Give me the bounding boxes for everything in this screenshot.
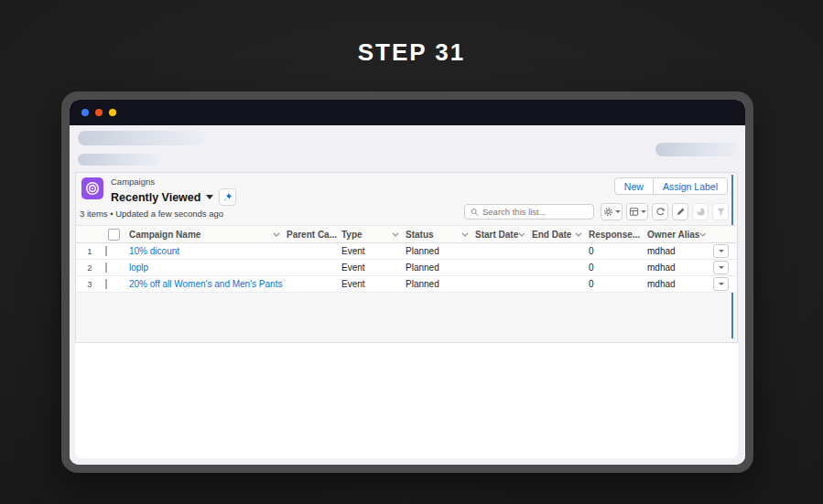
search-icon [471, 208, 479, 217]
type-cell: Event [340, 246, 404, 256]
list-view-name[interactable]: Recently Viewed [111, 191, 200, 204]
table-header-row: Campaign Name Parent Ca... Type Status S… [76, 225, 736, 243]
status-cell: Planned [404, 246, 473, 256]
row-number: 2 [76, 263, 103, 273]
table-row: 1 10% dicount Event Planned 0 mdhad [76, 243, 736, 260]
chevron-down-icon [719, 283, 724, 285]
campaigns-icon [81, 177, 103, 199]
row-actions-button[interactable] [713, 261, 729, 274]
responses-cell: 0 [587, 279, 645, 289]
chevron-down-icon[interactable] [206, 195, 213, 199]
chevron-down-icon [392, 232, 399, 237]
chevron-down-icon [575, 232, 582, 237]
window-titlebar [70, 100, 745, 125]
display-as-table-icon [629, 207, 639, 217]
empty-content-card [75, 343, 738, 458]
refresh-button[interactable] [652, 203, 668, 220]
responses-cell: 0 [587, 263, 645, 273]
row-checkbox[interactable] [105, 246, 107, 256]
new-button[interactable]: New [614, 177, 654, 195]
settings-gear-icon [603, 207, 613, 217]
owner-alias-cell: mdhad [645, 246, 711, 256]
col-campaign-name[interactable]: Campaign Name [127, 230, 285, 240]
window-control-red[interactable] [95, 109, 103, 116]
chevron-down-icon [518, 232, 525, 237]
col-start-date[interactable]: Start Date [473, 230, 530, 240]
campaign-name-link[interactable]: 10% dicount [129, 246, 179, 256]
campaign-name-link[interactable]: loplp [129, 263, 148, 273]
col-parent-campaign[interactable]: Parent Ca... [285, 230, 340, 240]
chart-button[interactable] [692, 203, 709, 220]
chevron-down-icon [461, 232, 469, 237]
campaigns-list-panel: Campaigns Recently Viewed [75, 172, 738, 343]
row-select-cell [103, 263, 127, 273]
chevron-down-icon [719, 250, 724, 252]
assign-label-button[interactable]: Assign Label [653, 177, 728, 195]
owner-alias-cell: mdhad [645, 263, 711, 273]
table-row: 2 loplp Event Planned 0 mdhad [76, 260, 736, 276]
edit-pencil-icon [676, 207, 686, 217]
col-status[interactable]: Status [404, 230, 473, 240]
responses-cell: 0 [587, 246, 645, 256]
campaigns-table: Campaign Name Parent Ca... Type Status S… [76, 225, 736, 293]
chevron-down-icon [641, 210, 646, 213]
list-actions: New Assign Label [614, 177, 728, 195]
type-cell: Event [340, 263, 404, 273]
campaign-name-link[interactable]: 20% off all Women's and Men's Pants [129, 279, 282, 289]
col-end-date[interactable]: End Date [530, 230, 587, 240]
row-actions-button[interactable] [713, 244, 729, 258]
skeleton-bar-1 [78, 131, 206, 145]
settings-gear-button[interactable] [601, 203, 623, 220]
row-checkbox[interactable] [105, 279, 107, 289]
row-select-cell [103, 279, 127, 289]
search-input[interactable] [482, 207, 588, 217]
step-title: STEP 31 [0, 38, 823, 67]
chevron-down-icon [273, 232, 280, 237]
row-select-cell [103, 246, 127, 256]
table-row: 3 20% off all Women's and Men's Pants Ev… [76, 276, 736, 293]
row-number: 3 [76, 279, 103, 289]
window-control-yellow[interactable] [109, 109, 116, 116]
select-all-checkbox[interactable] [108, 229, 120, 241]
object-label: Campaigns [111, 177, 236, 187]
list-meta-summary: 3 items • Updated a few seconds ago [80, 209, 223, 219]
pin-icon [222, 192, 233, 202]
search-box[interactable] [464, 204, 594, 220]
list-view-header: Campaigns Recently Viewed [81, 177, 236, 206]
chevron-down-icon [699, 232, 707, 237]
select-all-header [103, 229, 127, 241]
col-responses[interactable]: Response... [587, 230, 645, 240]
status-cell: Planned [404, 279, 473, 289]
type-cell: Event [340, 279, 404, 289]
status-cell: Planned [404, 263, 473, 273]
list-controls [464, 203, 729, 220]
pin-list-button[interactable] [219, 188, 236, 206]
filter-button[interactable] [712, 203, 729, 220]
refresh-icon [655, 207, 666, 217]
page-content: Campaigns Recently Viewed [70, 125, 745, 465]
display-as-table-button[interactable] [626, 203, 648, 220]
row-actions-button[interactable] [713, 277, 729, 291]
row-checkbox[interactable] [105, 263, 107, 273]
window-control-blue[interactable] [81, 109, 89, 116]
filter-icon [716, 207, 726, 217]
edit-button[interactable] [672, 203, 688, 220]
skeleton-bar-2 [78, 154, 160, 166]
col-type[interactable]: Type [340, 230, 404, 240]
browser-window: Campaigns Recently Viewed [61, 91, 753, 473]
col-owner-alias[interactable]: Owner Alias [645, 230, 711, 240]
chevron-down-icon [615, 210, 621, 213]
chart-icon [696, 207, 706, 217]
chevron-down-icon [719, 266, 724, 269]
row-number: 1 [76, 246, 103, 256]
owner-alias-cell: mdhad [645, 279, 711, 289]
skeleton-bar-3 [655, 143, 738, 156]
chevron-down-icon [640, 232, 641, 237]
